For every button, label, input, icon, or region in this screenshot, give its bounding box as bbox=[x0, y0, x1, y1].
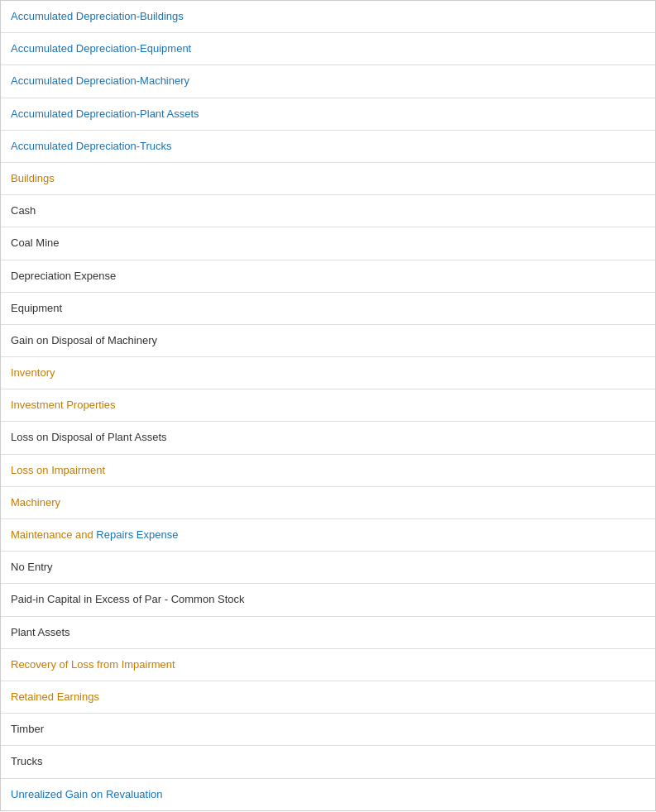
list-item[interactable]: Accumulated Depreciation-Plant Assets bbox=[1, 98, 655, 131]
list-item[interactable]: Accumulated Depreciation-Equipment bbox=[1, 33, 655, 65]
list-item[interactable]: Accumulated Depreciation-Buildings bbox=[1, 1, 655, 33]
list-item[interactable]: Recovery of Loss from Impairment bbox=[1, 649, 655, 681]
account-list: Accumulated Depreciation-BuildingsAccumu… bbox=[0, 0, 656, 811]
list-item[interactable]: Unrealized Gain on Revaluation bbox=[1, 779, 655, 810]
list-item[interactable]: Gain on Disposal of Machinery bbox=[1, 325, 655, 357]
list-item[interactable]: Buildings bbox=[1, 163, 655, 195]
list-item[interactable]: Cash bbox=[1, 195, 655, 227]
list-item[interactable]: Maintenance and Repairs Expense bbox=[1, 519, 655, 552]
list-item[interactable]: Inventory bbox=[1, 357, 655, 389]
list-item[interactable]: Loss on Disposal of Plant Assets bbox=[1, 422, 655, 454]
list-item[interactable]: Investment Properties bbox=[1, 389, 655, 422]
list-item[interactable]: Accumulated Depreciation-Trucks bbox=[1, 131, 655, 163]
list-item[interactable]: Equipment bbox=[1, 293, 655, 325]
list-item[interactable]: Coal Mine bbox=[1, 227, 655, 260]
list-item[interactable]: Trucks bbox=[1, 746, 655, 778]
list-item[interactable]: Accumulated Depreciation-Machinery bbox=[1, 65, 655, 98]
list-item[interactable]: Machinery bbox=[1, 487, 655, 519]
list-item[interactable]: Plant Assets bbox=[1, 617, 655, 649]
list-item[interactable]: Retained Earnings bbox=[1, 681, 655, 714]
list-item[interactable]: No Entry bbox=[1, 552, 655, 584]
list-item[interactable]: Loss on Impairment bbox=[1, 455, 655, 487]
list-item[interactable]: Depreciation Expense bbox=[1, 260, 655, 293]
list-item[interactable]: Timber bbox=[1, 714, 655, 746]
list-item[interactable]: Paid-in Capital in Excess of Par - Commo… bbox=[1, 584, 655, 616]
